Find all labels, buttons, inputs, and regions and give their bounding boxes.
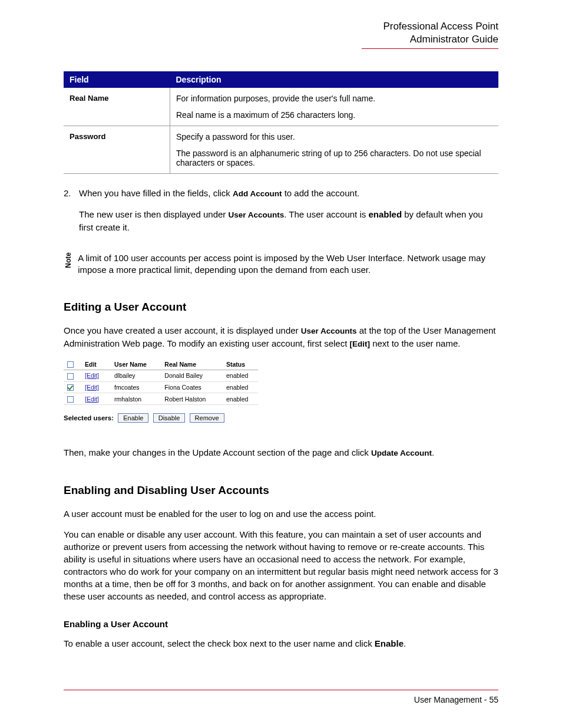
- note-text: A limit of 100 user accounts per access …: [78, 252, 498, 276]
- field-realname: Real Name: [64, 88, 170, 126]
- step2-line1: When you have filled in the fields, clic…: [79, 187, 498, 200]
- th-description: Description: [170, 71, 499, 88]
- cell-status: enabled: [223, 393, 258, 405]
- cell-realname: Robert Halston: [161, 393, 223, 405]
- enable-bold: Enable: [375, 638, 404, 648]
- user-accounts-label-2: User Accounts: [301, 327, 357, 335]
- table-row: Password Specify a password for this use…: [64, 126, 498, 174]
- footer-text: User Management - 55: [64, 695, 498, 704]
- editing-paragraph-2: Then, make your changes in the Update Ac…: [64, 446, 498, 459]
- selected-users-label: Selected users:: [64, 414, 114, 421]
- cell-status: enabled: [223, 381, 258, 393]
- add-account-label: Add Account: [233, 189, 282, 198]
- header-checkbox[interactable]: [67, 361, 74, 368]
- doc-title-line2: Administrator Guide: [64, 33, 498, 46]
- step-2: 2. When you have filled in the fields, c…: [64, 187, 498, 242]
- th-field: Field: [64, 71, 170, 88]
- step-number: 2.: [64, 187, 79, 242]
- note-block: Note A limit of 100 user accounts per ac…: [64, 252, 498, 276]
- th-realname: Real Name: [161, 358, 223, 370]
- user-accounts-table: Edit User Name Real Name Status [Edit] d…: [64, 358, 258, 405]
- enabled-bold: enabled: [368, 209, 402, 219]
- edit-link-label: [Edit]: [350, 340, 371, 348]
- remove-button[interactable]: Remove: [190, 413, 224, 423]
- user-row: [Edit] dlbailey Donald Bailey enabled: [64, 370, 258, 381]
- enabling-paragraph-1: A user account must be enabled for the u…: [64, 508, 498, 520]
- note-label: Note: [64, 252, 73, 269]
- user-row: [Edit] fmcoates Fiona Coates enabled: [64, 381, 258, 393]
- editing-paragraph-1: Once you have created a user account, it…: [64, 324, 498, 350]
- page-header: Professional Access Point Administrator …: [64, 20, 498, 49]
- cell-username: dlbailey: [111, 370, 161, 381]
- table-row: Real Name For information purposes, prov…: [64, 88, 498, 126]
- user-accounts-label: User Accounts: [228, 210, 284, 219]
- page-footer: User Management - 55: [64, 690, 498, 704]
- field-password: Password: [64, 126, 170, 174]
- cell-realname: Donald Bailey: [161, 370, 223, 381]
- row-checkbox[interactable]: [67, 396, 74, 403]
- update-account-label: Update Account: [371, 449, 432, 457]
- disable-button[interactable]: Disable: [153, 413, 186, 423]
- cell-username: fmcoates: [111, 381, 161, 393]
- selected-users-row: Selected users: Enable Disable Remove: [64, 413, 258, 423]
- field-description-table: Field Description Real Name For informat…: [64, 71, 498, 174]
- step2-line2: The new user is then displayed under Use…: [79, 208, 498, 233]
- user-accounts-panel: Edit User Name Real Name Status [Edit] d…: [64, 358, 258, 423]
- cell-status: enabled: [223, 370, 258, 381]
- th-checkbox: [64, 358, 81, 370]
- cell-realname: Fiona Coates: [161, 381, 223, 393]
- edit-link[interactable]: [Edit]: [85, 396, 99, 403]
- edit-link[interactable]: [Edit]: [85, 372, 99, 379]
- cell-username: rmhalston: [111, 393, 161, 405]
- th-username: User Name: [111, 358, 161, 370]
- heading-enabling-disabling: Enabling and Disabling User Accounts: [64, 484, 498, 497]
- enabling-paragraph-2: You can enable or disable any user accou…: [64, 528, 498, 602]
- header-rule: [362, 48, 498, 49]
- user-row: [Edit] rmhalston Robert Halston enabled: [64, 393, 258, 405]
- enable-button[interactable]: Enable: [118, 413, 148, 423]
- enabling-paragraph-3: To enable a user account, select the che…: [64, 637, 498, 650]
- desc-password: Specify a password for this user. The pa…: [170, 126, 499, 174]
- row-checkbox[interactable]: [67, 384, 74, 391]
- doc-title-line1: Professional Access Point: [64, 20, 498, 33]
- th-status: Status: [223, 358, 258, 370]
- row-checkbox[interactable]: [67, 373, 74, 380]
- subheading-enabling: Enabling a User Account: [64, 619, 498, 629]
- heading-editing-user-account: Editing a User Account: [64, 301, 498, 314]
- desc-realname: For information purposes, provide the us…: [170, 88, 499, 126]
- edit-link[interactable]: [Edit]: [85, 384, 99, 391]
- th-edit: Edit: [81, 358, 111, 370]
- footer-rule: [64, 690, 498, 690]
